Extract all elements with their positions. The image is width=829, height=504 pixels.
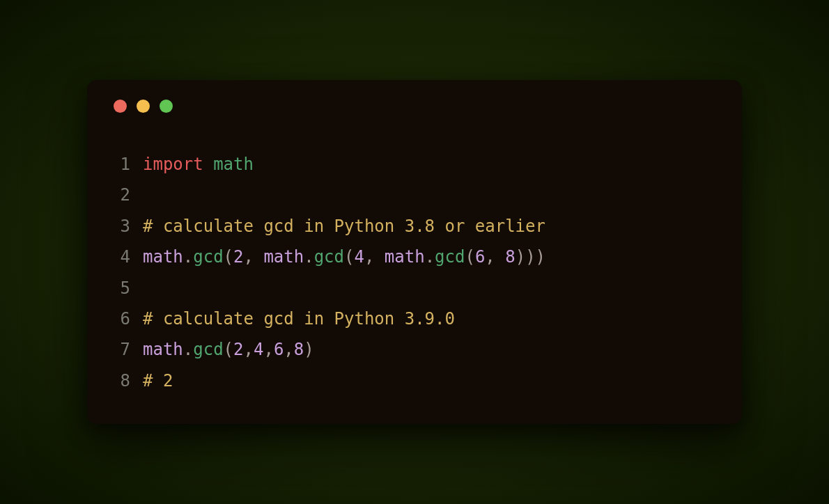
code-area[interactable]: 1import math23# calculate gcd in Python …	[109, 149, 720, 396]
token-func: gcd	[193, 340, 223, 359]
token-punct: ,	[263, 340, 273, 359]
token-module: math	[213, 155, 254, 174]
code-line: 4math.gcd(2, math.gcd(4, math.gcd(6, 8))…	[109, 242, 720, 272]
line-number: 3	[109, 211, 130, 242]
line-content: # calculate gcd in Python 3.8 or earlier	[143, 211, 545, 242]
line-number: 5	[109, 273, 130, 304]
token-ident: math	[143, 247, 183, 267]
line-number: 4	[109, 242, 130, 272]
token-number: 6	[274, 340, 284, 359]
token-func: gcd	[435, 247, 465, 267]
code-line: 2	[109, 180, 720, 210]
line-content: # calculate gcd in Python 3.9.0	[143, 304, 455, 334]
code-line: 6# calculate gcd in Python 3.9.0	[109, 304, 720, 334]
token-number: 8	[294, 340, 304, 359]
token-dot: .	[304, 247, 313, 267]
token-number: 6	[475, 247, 485, 267]
line-number: 1	[109, 149, 130, 180]
line-number: 2	[109, 180, 130, 210]
token-punct: (	[224, 247, 233, 267]
line-number: 8	[109, 365, 130, 396]
token-plain	[203, 155, 213, 174]
line-content: # 2	[143, 365, 173, 396]
line-content: math.gcd(2, math.gcd(4, math.gcd(6, 8)))	[143, 242, 545, 272]
line-number: 7	[109, 334, 130, 365]
close-icon[interactable]	[114, 100, 127, 113]
token-comment: # calculate gcd in Python 3.9.0	[143, 309, 455, 329]
token-func: gcd	[314, 247, 344, 267]
code-line: 7math.gcd(2,4,6,8)	[109, 334, 720, 365]
token-punct: )))	[516, 247, 545, 267]
token-number: 2	[233, 247, 243, 267]
code-line: 3# calculate gcd in Python 3.8 or earlie…	[109, 211, 720, 242]
token-punct: (	[224, 340, 233, 359]
line-number: 6	[109, 304, 130, 334]
line-content: import math	[143, 149, 254, 180]
token-dot: .	[425, 247, 435, 267]
token-punct: ,	[364, 247, 385, 267]
code-line: 5	[109, 273, 720, 304]
maximize-icon[interactable]	[160, 100, 173, 113]
minimize-icon[interactable]	[137, 100, 150, 113]
token-comment: # calculate gcd in Python 3.8 or earlier	[143, 216, 545, 236]
code-editor-window: 1import math23# calculate gcd in Python …	[87, 80, 742, 424]
token-dot: .	[183, 247, 193, 267]
token-ident: math	[263, 247, 304, 267]
token-dot: .	[183, 340, 193, 359]
token-punct: ,	[284, 340, 293, 359]
token-ident: math	[385, 247, 425, 267]
code-line: 8# 2	[109, 365, 720, 396]
token-punct: ,	[244, 247, 264, 267]
token-punct: (	[344, 247, 354, 267]
token-keyword: import	[143, 155, 203, 174]
token-punct: )	[304, 340, 313, 359]
window-controls	[114, 100, 720, 113]
line-content: math.gcd(2,4,6,8)	[143, 334, 314, 365]
token-func: gcd	[193, 247, 223, 267]
code-line: 1import math	[109, 149, 720, 180]
token-punct: ,	[485, 247, 505, 267]
token-punct: (	[465, 247, 474, 267]
token-number: 2	[233, 340, 243, 359]
token-number: 8	[505, 247, 515, 267]
token-number: 4	[254, 340, 263, 359]
token-comment: # 2	[143, 371, 173, 391]
token-number: 4	[354, 247, 364, 267]
token-punct: ,	[244, 340, 254, 359]
token-ident: math	[143, 340, 183, 359]
